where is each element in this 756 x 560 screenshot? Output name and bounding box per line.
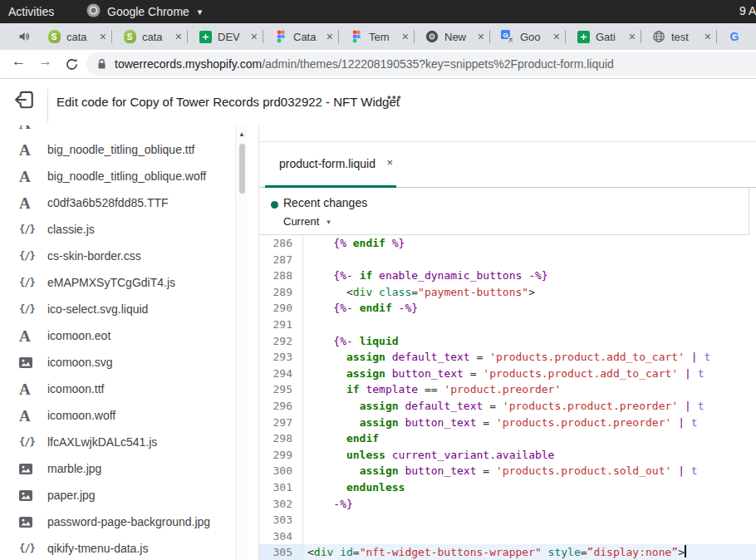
file-item[interactable]: {/}ico-select.svg.liquid (0, 296, 234, 322)
code-line[interactable]: 287 (259, 252, 756, 268)
tab-close-icon[interactable]: × (175, 31, 182, 42)
browser-tab[interactable]: DEV× (188, 23, 263, 50)
tab-close-icon[interactable]: × (553, 31, 560, 42)
file-item[interactable]: {/}classie.js (0, 216, 234, 243)
code-line[interactable]: 304 (259, 528, 756, 545)
code-line[interactable]: 294 assign button_text = 'products.produ… (259, 366, 756, 382)
code-line[interactable]: 293 assign default_text = 'products.prod… (259, 349, 756, 366)
line-number: 303 (259, 512, 303, 528)
code-line[interactable]: 288 {%- if enable_dynamic_buttons -%} (259, 268, 756, 284)
browser-tab[interactable]: GGoo× (490, 23, 566, 50)
address-bar[interactable]: towerrecords.myshopify.com/admin/themes/… (86, 52, 756, 76)
recent-changes-label: Recent changes (283, 196, 367, 209)
file-name: icomoon.woff (47, 409, 115, 422)
file-item[interactable]: Aicomoon.eot (0, 322, 234, 349)
app-menu[interactable]: Google Chrome ▾ (86, 3, 202, 20)
line-number: 301 (259, 479, 303, 496)
code-line[interactable]: 297 assign button_text = 'products.produ… (259, 415, 756, 431)
code-line[interactable]: 290 {%- endif -%} (259, 300, 756, 317)
browser-tab[interactable]: Tem× (339, 23, 415, 50)
code-line[interactable]: 300 assign button_text = 'products.produ… (259, 463, 756, 479)
code-line[interactable]: 291 (259, 317, 756, 333)
tab-title: Goo (520, 31, 550, 43)
tab-close-icon[interactable]: × (402, 31, 409, 42)
code-file-icon: {/} (19, 224, 41, 235)
file-item[interactable]: icomoon.svg (0, 349, 234, 376)
browser-tab[interactable]: G (717, 23, 756, 50)
file-item[interactable]: {/}lfcAXLwjkDALc541.js (0, 429, 234, 455)
lock-icon[interactable] (97, 58, 106, 70)
tab-close-icon[interactable]: × (326, 31, 333, 42)
code-text: unless current_variant.available (303, 447, 554, 464)
url-path: /admin/themes/122208190535?key=snippets%… (262, 57, 614, 71)
code-line[interactable]: 305<div id="nft-widget-buttons-wrapper" … (259, 544, 756, 560)
file-item[interactable]: marble.jpg (0, 455, 234, 482)
more-actions-button[interactable]: ••• (387, 91, 402, 103)
tab-close-icon[interactable]: × (478, 31, 484, 42)
file-name: cs-skin-border.css (47, 249, 141, 263)
line-number: 291 (259, 317, 303, 333)
line-number: 290 (259, 300, 303, 317)
code-line[interactable]: 298 endif (259, 430, 756, 447)
close-tab-icon[interactable]: × (386, 156, 393, 169)
speaker-icon[interactable] (12, 30, 37, 43)
file-item[interactable]: Abig_noodle_titling_oblique.woff (0, 163, 234, 189)
activities-button[interactable]: Activities (8, 5, 54, 18)
line-number: 300 (259, 463, 303, 479)
line-number: 289 (259, 284, 303, 301)
reload-icon[interactable] (65, 57, 79, 76)
browser-tab[interactable]: Scata× (112, 23, 188, 50)
tab-close-icon[interactable]: × (100, 31, 106, 42)
code-line[interactable]: 301 endunless (259, 479, 756, 496)
code-line[interactable]: 289 <div class="payment-buttons"> (259, 284, 756, 301)
code-editor[interactable]: 286 {% endif %}287288 {%- if enable_dyna… (259, 235, 756, 560)
tab-close-icon[interactable]: × (704, 31, 711, 42)
file-item[interactable]: {/}eMAPMXSyTCgGdiT4.js (0, 269, 234, 296)
line-number: 292 (259, 333, 303, 350)
code-line[interactable]: 292 {%- liquid (259, 333, 756, 350)
file-item[interactable]: paper.jpg (0, 482, 234, 508)
version-dropdown[interactable]: Current ▾ (283, 215, 331, 228)
exit-code-editor-button[interactable] (13, 89, 35, 111)
open-file-tab[interactable]: product-form.liquid × (265, 142, 396, 188)
code-line[interactable]: 286 {% endif %} (259, 235, 756, 252)
code-text: endif (303, 430, 379, 447)
file-item[interactable]: Aicomoon.ttf (0, 376, 234, 402)
file-item[interactable]: Aicomoon.woff (0, 402, 234, 429)
code-file-icon: {/} (19, 277, 41, 288)
file-item[interactable]: A (0, 125, 234, 136)
status-dot-icon (271, 201, 278, 209)
url-domain: towerrecords.myshopify.com (115, 57, 262, 71)
code-line[interactable]: 296 assign default_text = 'products.prod… (259, 398, 756, 415)
file-item[interactable]: password-page-background.jpg (0, 508, 234, 535)
back-icon[interactable]: ← (12, 53, 26, 70)
version-label: Current (283, 215, 319, 228)
code-line[interactable]: 299 unless current_variant.available (259, 447, 756, 464)
scrollbar-thumb[interactable] (239, 144, 245, 194)
code-line[interactable]: 295 if template == 'product.preorder' (259, 381, 756, 398)
line-number: 295 (259, 381, 303, 398)
file-item[interactable]: {/}qikify-tmenu-data.js (0, 535, 234, 560)
file-item[interactable]: {/}cs-skin-border.css (0, 243, 234, 269)
browser-tab[interactable]: Scata× (37, 23, 112, 50)
tab-close-icon[interactable]: × (629, 31, 636, 42)
browser-tab[interactable]: test× (641, 23, 717, 50)
tab-close-icon[interactable]: × (251, 31, 258, 42)
forward-icon[interactable]: → (38, 53, 52, 70)
file-item[interactable]: Ac0df3a6b528fdd85.TTF (0, 189, 234, 216)
browser-tab[interactable]: Gati× (566, 23, 641, 50)
code-line[interactable]: 303 (259, 512, 756, 528)
file-name: icomoon.eot (47, 329, 110, 342)
chevron-down-icon: ▾ (326, 218, 331, 226)
code-line[interactable]: 302 -%} (259, 496, 756, 513)
file-item[interactable]: Abig_noodle_titling_oblique.ttf (0, 136, 234, 163)
browser-tab[interactable]: New× (415, 23, 490, 50)
file-name: icomoon.svg (47, 356, 113, 369)
line-number: 288 (259, 268, 303, 284)
code-text: assign button_text = 'products.product.s… (303, 463, 698, 479)
scroll-up-icon[interactable]: ▲ (238, 130, 245, 138)
browser-tab[interactable]: Cata× (263, 23, 339, 50)
system-clock[interactable]: 9 A (739, 4, 756, 17)
sidebar-scrollbar[interactable]: ▲ (235, 125, 248, 560)
line-number: 294 (259, 366, 303, 382)
